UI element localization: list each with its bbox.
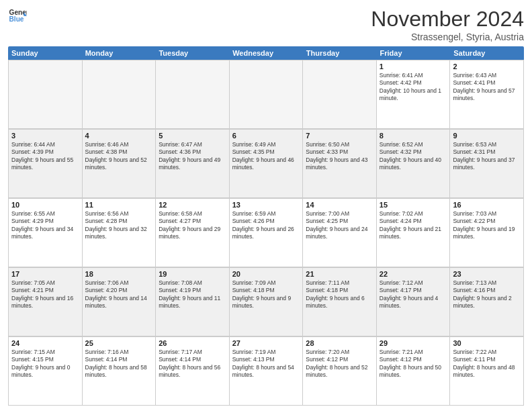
calendar-body: 1Sunrise: 6:41 AMSunset: 4:42 PMDaylight…: [8, 60, 524, 406]
day-number: 24: [11, 339, 79, 347]
day-number: 12: [159, 201, 226, 209]
calendar-cell: 4Sunrise: 6:46 AMSunset: 4:38 PMDaylight…: [83, 129, 157, 197]
day-number: 14: [306, 201, 373, 209]
weekday-saturday: Saturday: [450, 46, 524, 60]
calendar-cell: 6Sunrise: 6:49 AMSunset: 4:35 PMDaylight…: [230, 129, 304, 197]
day-info: Sunrise: 7:05 AMSunset: 4:21 PMDaylight:…: [11, 279, 79, 310]
day-number: 20: [232, 270, 300, 278]
weekday-friday: Friday: [377, 46, 451, 60]
calendar-week-1: 1Sunrise: 6:41 AMSunset: 4:42 PMDaylight…: [8, 60, 524, 129]
day-info: Sunrise: 7:09 AMSunset: 4:18 PMDaylight:…: [232, 279, 300, 310]
calendar-cell: 30Sunrise: 7:22 AMSunset: 4:11 PMDayligh…: [450, 336, 524, 405]
day-number: 8: [380, 132, 447, 140]
day-info: Sunrise: 6:56 AMSunset: 4:28 PMDaylight:…: [85, 210, 153, 241]
calendar-cell: 12Sunrise: 6:58 AMSunset: 4:27 PMDayligh…: [156, 198, 230, 267]
calendar-cell: [156, 60, 230, 128]
calendar-cell: 26Sunrise: 7:17 AMSunset: 4:14 PMDayligh…: [156, 336, 230, 405]
calendar-cell: 27Sunrise: 7:19 AMSunset: 4:13 PMDayligh…: [230, 336, 304, 405]
day-info: Sunrise: 7:11 AMSunset: 4:18 PMDaylight:…: [306, 279, 373, 310]
day-info: Sunrise: 6:43 AMSunset: 4:41 PMDaylight:…: [453, 72, 521, 103]
day-number: 16: [453, 201, 521, 209]
day-number: 11: [85, 201, 153, 209]
day-info: Sunrise: 6:50 AMSunset: 4:33 PMDaylight:…: [306, 141, 373, 172]
day-info: Sunrise: 7:15 AMSunset: 4:15 PMDaylight:…: [11, 349, 79, 379]
weekday-sunday: Sunday: [8, 46, 82, 60]
day-info: Sunrise: 7:08 AMSunset: 4:19 PMDaylight:…: [159, 279, 226, 310]
calendar-cell: 9Sunrise: 6:53 AMSunset: 4:31 PMDaylight…: [450, 129, 524, 197]
day-number: 30: [453, 339, 521, 347]
day-info: Sunrise: 7:20 AMSunset: 4:12 PMDaylight:…: [306, 349, 373, 379]
day-info: Sunrise: 7:00 AMSunset: 4:25 PMDaylight:…: [306, 210, 373, 241]
calendar-header: Sunday Monday Tuesday Wednesday Thursday…: [8, 46, 524, 60]
day-number: 28: [306, 339, 373, 347]
calendar-cell: [9, 60, 83, 128]
page-header: General Blue November 2024 Strassengel, …: [8, 7, 524, 42]
calendar-cell: 13Sunrise: 6:59 AMSunset: 4:26 PMDayligh…: [230, 198, 304, 267]
day-info: Sunrise: 7:17 AMSunset: 4:14 PMDaylight:…: [159, 349, 226, 379]
calendar-cell: [83, 60, 157, 128]
day-number: 19: [159, 270, 226, 278]
day-info: Sunrise: 6:58 AMSunset: 4:27 PMDaylight:…: [159, 210, 226, 241]
calendar-cell: 5Sunrise: 6:47 AMSunset: 4:36 PMDaylight…: [156, 129, 230, 197]
day-number: 29: [380, 339, 447, 347]
day-info: Sunrise: 7:21 AMSunset: 4:12 PMDaylight:…: [380, 349, 447, 379]
calendar-cell: 3Sunrise: 6:44 AMSunset: 4:39 PMDaylight…: [9, 129, 83, 197]
logo: General Blue: [8, 7, 27, 26]
day-info: Sunrise: 6:44 AMSunset: 4:39 PMDaylight:…: [11, 141, 79, 172]
weekday-wednesday: Wednesday: [229, 46, 303, 60]
day-number: 27: [232, 339, 300, 347]
day-number: 7: [306, 132, 373, 140]
calendar-cell: 17Sunrise: 7:05 AMSunset: 4:21 PMDayligh…: [9, 267, 83, 336]
day-info: Sunrise: 6:47 AMSunset: 4:36 PMDaylight:…: [159, 141, 226, 172]
calendar-cell: 10Sunrise: 6:55 AMSunset: 4:29 PMDayligh…: [9, 198, 83, 267]
calendar-cell: 29Sunrise: 7:21 AMSunset: 4:12 PMDayligh…: [377, 336, 451, 405]
calendar-cell: 7Sunrise: 6:50 AMSunset: 4:33 PMDaylight…: [303, 129, 377, 197]
month-title: November 2024: [371, 7, 524, 32]
day-number: 17: [11, 270, 79, 278]
calendar-cell: [303, 60, 377, 128]
day-number: 1: [380, 62, 447, 71]
calendar-cell: [230, 60, 304, 128]
day-number: 4: [85, 132, 153, 140]
day-info: Sunrise: 6:41 AMSunset: 4:42 PMDaylight:…: [380, 72, 447, 103]
calendar-cell: 22Sunrise: 7:12 AMSunset: 4:17 PMDayligh…: [377, 267, 451, 336]
calendar-cell: 24Sunrise: 7:15 AMSunset: 4:15 PMDayligh…: [9, 336, 83, 405]
calendar-cell: 2Sunrise: 6:43 AMSunset: 4:41 PMDaylight…: [450, 60, 524, 128]
day-info: Sunrise: 6:53 AMSunset: 4:31 PMDaylight:…: [453, 141, 521, 172]
day-info: Sunrise: 7:13 AMSunset: 4:16 PMDaylight:…: [453, 279, 521, 310]
day-number: 26: [159, 339, 226, 347]
calendar-week-3: 10Sunrise: 6:55 AMSunset: 4:29 PMDayligh…: [8, 198, 524, 267]
day-info: Sunrise: 7:22 AMSunset: 4:11 PMDaylight:…: [453, 349, 521, 379]
logo-icon: General Blue: [8, 7, 27, 26]
location: Strassengel, Styria, Austria: [371, 32, 524, 42]
day-info: Sunrise: 6:59 AMSunset: 4:26 PMDaylight:…: [232, 210, 300, 241]
day-info: Sunrise: 7:12 AMSunset: 4:17 PMDaylight:…: [380, 279, 447, 310]
day-info: Sunrise: 7:02 AMSunset: 4:24 PMDaylight:…: [380, 210, 447, 241]
day-number: 13: [232, 201, 300, 209]
calendar-cell: 16Sunrise: 7:03 AMSunset: 4:22 PMDayligh…: [450, 198, 524, 267]
day-info: Sunrise: 7:06 AMSunset: 4:20 PMDaylight:…: [85, 279, 153, 310]
day-number: 23: [453, 270, 521, 278]
day-number: 9: [453, 132, 521, 140]
day-info: Sunrise: 6:49 AMSunset: 4:35 PMDaylight:…: [232, 141, 300, 172]
day-info: Sunrise: 6:52 AMSunset: 4:32 PMDaylight:…: [380, 141, 447, 172]
calendar-week-4: 17Sunrise: 7:05 AMSunset: 4:21 PMDayligh…: [8, 267, 524, 336]
day-number: 21: [306, 270, 373, 278]
day-info: Sunrise: 7:16 AMSunset: 4:14 PMDaylight:…: [85, 349, 153, 379]
calendar-cell: 18Sunrise: 7:06 AMSunset: 4:20 PMDayligh…: [83, 267, 157, 336]
day-number: 3: [11, 132, 79, 140]
calendar-cell: 23Sunrise: 7:13 AMSunset: 4:16 PMDayligh…: [450, 267, 524, 336]
weekday-monday: Monday: [82, 46, 156, 60]
calendar-cell: 19Sunrise: 7:08 AMSunset: 4:19 PMDayligh…: [156, 267, 230, 336]
calendar-cell: 20Sunrise: 7:09 AMSunset: 4:18 PMDayligh…: [230, 267, 304, 336]
day-info: Sunrise: 7:03 AMSunset: 4:22 PMDaylight:…: [453, 210, 521, 241]
calendar-cell: 14Sunrise: 7:00 AMSunset: 4:25 PMDayligh…: [303, 198, 377, 267]
weekday-tuesday: Tuesday: [155, 46, 229, 60]
day-number: 22: [380, 270, 447, 278]
calendar-week-5: 24Sunrise: 7:15 AMSunset: 4:15 PMDayligh…: [8, 336, 524, 406]
day-number: 6: [232, 132, 300, 140]
day-info: Sunrise: 7:19 AMSunset: 4:13 PMDaylight:…: [232, 349, 300, 379]
day-number: 18: [85, 270, 153, 278]
calendar-cell: 11Sunrise: 6:56 AMSunset: 4:28 PMDayligh…: [83, 198, 157, 267]
day-number: 2: [453, 62, 521, 71]
